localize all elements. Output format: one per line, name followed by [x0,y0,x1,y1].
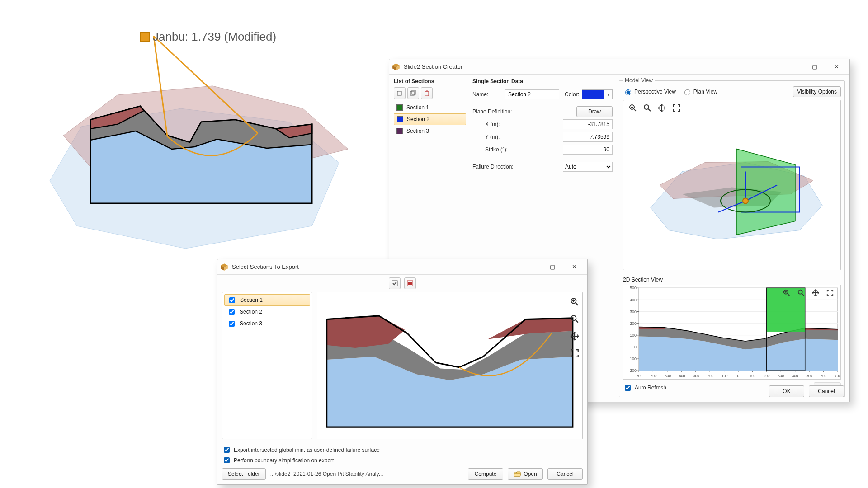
ok-button[interactable]: OK [769,385,804,397]
pan-icon[interactable] [570,331,580,341]
export-intersected-checkbox[interactable]: Export intersected global min. as user-d… [222,446,583,454]
svg-text:300: 300 [778,374,784,378]
svg-text:200: 200 [630,321,637,326]
close-button[interactable]: ✕ [566,262,582,272]
open-button[interactable]: Open [508,468,543,480]
svg-text:600: 600 [821,374,827,378]
maximize-button[interactable]: ▢ [807,61,822,72]
minimize-button[interactable]: — [785,61,801,72]
select-none-button[interactable] [404,277,416,289]
svg-text:0: 0 [737,374,740,378]
cancel-button[interactable]: Cancel [547,468,583,480]
section-creator-titlebar[interactable]: Slide2 Section Creator — ▢ ✕ [389,59,849,75]
strike-label: Strike (°): [472,146,536,153]
svg-line-94 [576,303,578,305]
section-list-label: Section 3 [406,128,429,134]
auto-refresh-checkbox[interactable]: Auto Refresh [623,384,666,392]
zoom-icon[interactable] [570,314,580,324]
zoom-icon[interactable] [796,288,806,298]
pan-icon[interactable] [811,288,821,298]
color-label: Color: [565,91,579,98]
svg-line-24 [788,294,790,296]
failure-direction-select[interactable]: Auto [563,162,613,172]
export-list-item[interactable]: Section 2 [224,306,310,318]
minimize-button[interactable]: — [523,262,538,272]
svg-text:-200: -200 [706,374,713,378]
model-view-legend: Model View [623,77,655,84]
svg-rect-6 [410,91,414,95]
color-swatch[interactable] [582,90,604,99]
svg-rect-89 [392,281,397,286]
select-all-button[interactable] [389,277,401,289]
app-icon [220,263,228,271]
color-dropdown-button[interactable]: ▾ [604,91,612,98]
svg-text:-300: -300 [692,374,699,378]
svg-text:-700: -700 [635,374,642,378]
export-item-label: Section 2 [240,309,262,315]
export-title: Select Sections To Export [232,263,299,270]
svg-text:300: 300 [630,310,637,314]
section-list-item[interactable]: Section 1 [394,102,466,113]
fullscreen-icon[interactable] [825,288,835,298]
x-input[interactable] [563,119,613,129]
svg-rect-8 [425,92,429,96]
export-titlebar[interactable]: Select Sections To Export — ▢ ✕ [217,259,587,275]
section-name-input[interactable] [505,89,559,99]
export-item-checkbox[interactable] [229,321,235,327]
svg-point-22 [743,198,748,204]
x-label: X (m): [472,121,536,127]
select-folder-button[interactable]: Select Folder [222,468,266,480]
export-folder-path: ...\slide2_2021-01-26 Open Pit Stability… [270,471,463,477]
export-preview-viewport[interactable] [317,292,583,439]
compute-button[interactable]: Compute [468,468,503,480]
section-list-item[interactable]: Section 2 [394,113,466,125]
section-2d-viewport[interactable]: -200-1000100200300400500-700-600-500-400… [623,285,841,380]
hero-3d-model: Janbu: 1.739 (Modified) [23,32,375,267]
strike-input[interactable] [563,145,613,155]
name-label: Name: [472,91,505,98]
section-list-label: Section 1 [406,104,429,111]
plan-view-radio[interactable]: Plan View [682,88,717,95]
section-2d-label: 2D Section View [623,277,841,283]
draw-plane-button[interactable]: Draw [576,106,613,117]
svg-rect-5 [397,91,401,95]
delete-section-button[interactable] [421,87,433,99]
section-color-chip [397,116,403,122]
close-button[interactable]: ✕ [829,61,844,72]
export-item-checkbox[interactable] [229,297,235,303]
svg-point-27 [798,290,802,294]
section-color-chip [396,128,403,134]
export-list-item[interactable]: Section 3 [224,318,310,329]
failure-direction-label: Failure Direction: [472,164,536,170]
factor-of-safety-label: Janbu: 1.739 (Modified) [153,30,276,44]
svg-text:-100: -100 [628,357,637,361]
single-section-header: Single Section Data [472,78,613,84]
y-input[interactable] [563,132,613,142]
svg-text:400: 400 [792,374,798,378]
zoom-extents-icon[interactable] [782,288,792,298]
visibility-options-button[interactable]: Visibility Options [793,86,841,97]
fullscreen-icon[interactable] [570,348,580,358]
open-icon [514,471,521,477]
section-list-item[interactable]: Section 3 [394,125,466,137]
svg-text:-600: -600 [649,374,656,378]
boundary-simplification-checkbox[interactable]: Perform boundary simplification on expor… [222,456,583,465]
cancel-button[interactable]: Cancel [809,385,844,397]
perspective-view-radio[interactable]: Perspective View [623,88,676,95]
svg-text:500: 500 [630,286,637,290]
maximize-button[interactable]: ▢ [545,262,560,272]
model-3d-viewport[interactable] [623,100,841,270]
add-section-button[interactable] [394,87,406,99]
svg-text:500: 500 [806,374,812,378]
export-item-label: Section 3 [240,320,262,327]
export-sections-dialog: Select Sections To Export — ▢ ✕ [217,259,588,485]
sections-list[interactable]: Section 1 Section 2 Section 3 [394,102,466,137]
svg-text:0: 0 [634,345,637,349]
export-list-item[interactable]: Section 1 [224,294,310,306]
export-item-checkbox[interactable] [229,309,235,315]
plane-definition-label: Plane Definition: [472,108,536,115]
zoom-extents-icon[interactable] [570,297,580,307]
duplicate-section-button[interactable] [407,87,419,99]
export-section-list[interactable]: Section 1 Section 2 Section 3 [222,292,312,439]
svg-text:-100: -100 [721,374,728,378]
